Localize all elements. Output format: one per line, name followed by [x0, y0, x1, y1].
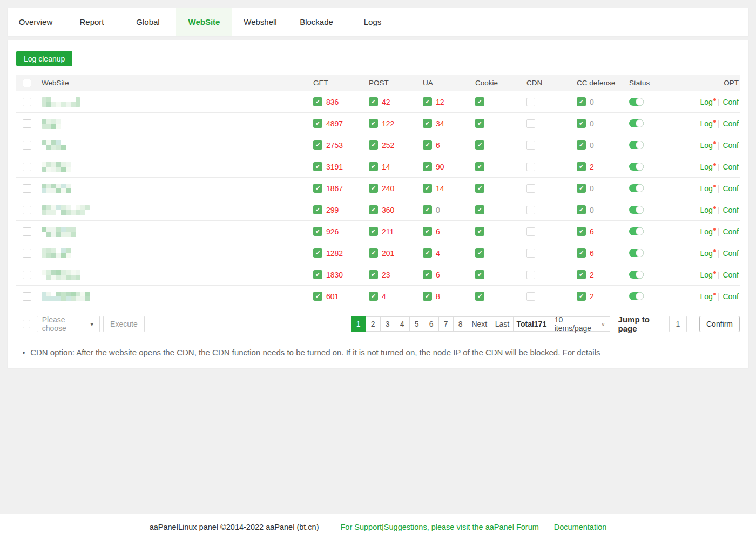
tab-logs[interactable]: Logs [345, 8, 401, 36]
row-checkbox[interactable] [23, 98, 31, 106]
forum-link[interactable]: For Support|Suggestions, please visit th… [341, 523, 539, 531]
cc-defense-check-icon[interactable]: ✔ [577, 162, 586, 171]
documentation-link[interactable]: Documentation [554, 523, 607, 531]
conf-link[interactable]: Conf [723, 119, 739, 128]
cdn-checkbox[interactable] [526, 271, 535, 279]
select-all-checkbox[interactable] [23, 79, 31, 87]
get-enabled-check-icon[interactable]: ✔ [313, 140, 322, 150]
cookie-enabled-check-icon[interactable]: ✔ [475, 140, 484, 150]
conf-link[interactable]: Conf [723, 249, 739, 258]
get-enabled-check-icon[interactable]: ✔ [313, 227, 322, 236]
conf-link[interactable]: Conf [723, 184, 739, 193]
log-link[interactable]: Log [700, 119, 716, 128]
post-enabled-check-icon[interactable]: ✔ [369, 248, 378, 258]
bulk-select-checkbox[interactable] [23, 320, 30, 328]
row-checkbox[interactable] [23, 119, 31, 128]
post-enabled-check-icon[interactable]: ✔ [369, 97, 378, 106]
ua-enabled-check-icon[interactable]: ✔ [423, 292, 432, 301]
bulk-action-select[interactable]: Please choose ▼ [37, 316, 100, 332]
page-button-4[interactable]: 4 [395, 316, 410, 332]
log-cleanup-button[interactable]: Log cleanup [16, 51, 72, 66]
confirm-button[interactable]: Confirm [699, 316, 740, 332]
cc-defense-check-icon[interactable]: ✔ [577, 270, 586, 279]
conf-link[interactable]: Conf [723, 206, 739, 214]
cc-defense-check-icon[interactable]: ✔ [577, 184, 586, 193]
row-checkbox[interactable] [23, 141, 31, 150]
row-checkbox[interactable] [23, 249, 31, 258]
row-checkbox[interactable] [23, 184, 31, 193]
post-enabled-check-icon[interactable]: ✔ [369, 270, 378, 279]
get-enabled-check-icon[interactable]: ✔ [313, 119, 322, 128]
status-toggle[interactable] [629, 271, 644, 279]
tab-blockade[interactable]: Blockade [288, 8, 345, 36]
post-enabled-check-icon[interactable]: ✔ [369, 140, 378, 150]
next-page-button[interactable]: Next [468, 316, 491, 332]
cc-defense-check-icon[interactable]: ✔ [577, 292, 586, 301]
tab-report[interactable]: Report [64, 8, 120, 36]
cc-defense-check-icon[interactable]: ✔ [577, 205, 586, 214]
ua-enabled-check-icon[interactable]: ✔ [423, 184, 432, 193]
ua-enabled-check-icon[interactable]: ✔ [423, 97, 432, 106]
cookie-enabled-check-icon[interactable]: ✔ [475, 119, 484, 128]
conf-link[interactable]: Conf [723, 141, 739, 150]
get-enabled-check-icon[interactable]: ✔ [313, 162, 322, 171]
ua-enabled-check-icon[interactable]: ✔ [423, 205, 432, 214]
website-name-redacted[interactable] [42, 97, 80, 107]
cc-defense-check-icon[interactable]: ✔ [577, 248, 586, 258]
log-link[interactable]: Log [700, 206, 716, 214]
website-name-redacted[interactable] [42, 292, 93, 301]
cookie-enabled-check-icon[interactable]: ✔ [475, 270, 484, 279]
tab-website[interactable]: WebSite [176, 8, 232, 36]
website-name-redacted[interactable] [42, 205, 90, 215]
cookie-enabled-check-icon[interactable]: ✔ [475, 227, 484, 236]
ua-enabled-check-icon[interactable]: ✔ [423, 248, 432, 258]
log-link[interactable]: Log [700, 163, 716, 171]
ua-enabled-check-icon[interactable]: ✔ [423, 270, 432, 279]
cdn-checkbox[interactable] [526, 163, 535, 171]
get-enabled-check-icon[interactable]: ✔ [313, 205, 322, 214]
cdn-checkbox[interactable] [526, 249, 535, 258]
page-button-5[interactable]: 5 [409, 316, 424, 332]
tab-overview[interactable]: Overview [8, 8, 64, 36]
get-enabled-check-icon[interactable]: ✔ [313, 270, 322, 279]
get-enabled-check-icon[interactable]: ✔ [313, 184, 322, 193]
cookie-enabled-check-icon[interactable]: ✔ [475, 248, 484, 258]
get-enabled-check-icon[interactable]: ✔ [313, 97, 322, 106]
cookie-enabled-check-icon[interactable]: ✔ [475, 97, 484, 106]
row-checkbox[interactable] [23, 271, 31, 279]
log-link[interactable]: Log [700, 292, 716, 301]
conf-link[interactable]: Conf [723, 98, 739, 106]
post-enabled-check-icon[interactable]: ✔ [369, 119, 378, 128]
status-toggle[interactable] [629, 184, 644, 192]
conf-link[interactable]: Conf [723, 227, 739, 236]
get-enabled-check-icon[interactable]: ✔ [313, 292, 322, 301]
cdn-checkbox[interactable] [526, 141, 535, 150]
cdn-checkbox[interactable] [526, 206, 535, 214]
status-toggle[interactable] [629, 141, 644, 149]
tab-webshell[interactable]: Webshell [232, 8, 288, 36]
cdn-checkbox[interactable] [526, 292, 535, 301]
website-name-redacted[interactable] [42, 248, 74, 258]
status-toggle[interactable] [629, 227, 644, 235]
page-button-7[interactable]: 7 [438, 316, 454, 332]
page-button-8[interactable]: 8 [453, 316, 468, 332]
row-checkbox[interactable] [23, 292, 31, 301]
conf-link[interactable]: Conf [723, 271, 739, 279]
log-link[interactable]: Log [700, 141, 716, 150]
log-link[interactable]: Log [700, 249, 716, 258]
website-name-redacted[interactable] [42, 119, 65, 129]
post-enabled-check-icon[interactable]: ✔ [369, 292, 378, 301]
cc-defense-check-icon[interactable]: ✔ [577, 97, 586, 106]
status-toggle[interactable] [629, 206, 644, 214]
cookie-enabled-check-icon[interactable]: ✔ [475, 184, 484, 193]
post-enabled-check-icon[interactable]: ✔ [369, 184, 378, 193]
cookie-enabled-check-icon[interactable]: ✔ [475, 292, 484, 301]
ua-enabled-check-icon[interactable]: ✔ [423, 162, 432, 171]
website-name-redacted[interactable] [42, 270, 85, 280]
post-enabled-check-icon[interactable]: ✔ [369, 205, 378, 214]
items-per-page-select[interactable]: 10 items/page∨ [550, 316, 610, 332]
cdn-checkbox[interactable] [526, 98, 535, 106]
cdn-checkbox[interactable] [526, 227, 535, 236]
log-link[interactable]: Log [700, 271, 716, 279]
cc-defense-check-icon[interactable]: ✔ [577, 140, 586, 150]
